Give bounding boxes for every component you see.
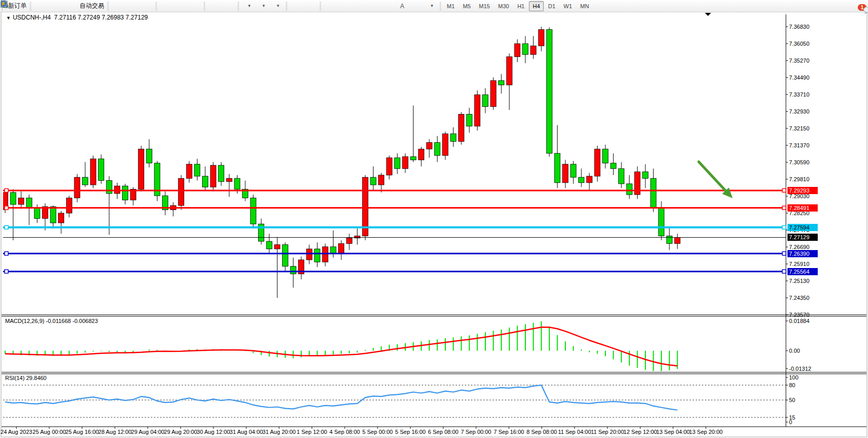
timeframe-M30[interactable]: M30	[495, 1, 512, 11]
candle	[595, 149, 600, 176]
signals-button[interactable]	[62, 1, 76, 12]
hline-anchor[interactable]	[782, 270, 786, 273]
candle	[546, 30, 552, 154]
hline-anchor[interactable]	[782, 225, 786, 229]
candle	[146, 149, 152, 163]
candle	[650, 178, 656, 207]
timeframe-H4[interactable]: H4	[529, 1, 543, 11]
hline-anchor[interactable]	[782, 188, 786, 192]
periods-button[interactable]: ▼	[255, 1, 270, 12]
candle	[379, 175, 384, 185]
text-button[interactable]: A	[395, 1, 409, 12]
candlestick-button[interactable]	[125, 1, 140, 12]
macd-values: -0.011668 -0.006823	[46, 318, 97, 324]
timeframe-D1[interactable]: D1	[545, 1, 559, 11]
chart-shift-button[interactable]	[222, 1, 236, 12]
candle	[555, 154, 560, 183]
crosshair-button[interactable]	[304, 1, 318, 12]
auto-trading-label: 自动交易	[80, 2, 104, 10]
symbol-timeframe: USDCNH-,H4	[13, 14, 51, 21]
text-label-button[interactable]: T	[409, 1, 424, 12]
zoom-in-button[interactable]	[159, 1, 173, 12]
hline-anchor[interactable]	[782, 252, 786, 255]
candle	[90, 159, 96, 185]
candle	[314, 249, 320, 262]
candle	[586, 176, 592, 183]
candle	[226, 178, 232, 181]
candle	[58, 213, 64, 223]
community-button[interactable]	[48, 1, 62, 12]
timeframe-M5[interactable]: M5	[459, 1, 474, 11]
candle	[539, 30, 544, 46]
candle	[123, 186, 128, 200]
channel-button[interactable]: E	[366, 1, 381, 12]
candle	[179, 178, 184, 205]
candle	[26, 198, 32, 207]
candle	[250, 198, 256, 224]
timeframe-M15[interactable]: M15	[476, 1, 494, 11]
rsi-label: RSI(14) 29.8460	[5, 375, 47, 381]
candle	[34, 207, 40, 218]
candle	[579, 177, 584, 183]
templates-button[interactable]: ▼	[270, 1, 284, 12]
candle	[354, 236, 360, 238]
chart-title: ▼USDCNH-,H4 7.27116 7.27249 7.26983 7.27…	[6, 14, 148, 21]
bar-chart-button[interactable]	[111, 1, 125, 12]
candle	[643, 172, 648, 179]
chart-dropdown-icon[interactable]: ▼	[6, 15, 11, 21]
candle	[274, 244, 280, 249]
candle	[610, 163, 616, 169]
candle	[323, 247, 328, 262]
arrows-button[interactable]: ▼	[424, 1, 438, 12]
candle	[50, 206, 56, 223]
toolbar: 新订单 自动交易	[0, 0, 868, 12]
candle	[483, 94, 488, 106]
auto-scroll-button[interactable]	[207, 1, 222, 12]
indicators-button[interactable]: ▼	[241, 1, 255, 12]
candle	[98, 159, 104, 180]
candle	[435, 143, 440, 156]
candle	[106, 181, 112, 194]
timeframe-bar: M1M5M15M30H1H4D1W1MN	[443, 1, 593, 11]
candle	[530, 46, 536, 54]
candle	[466, 115, 472, 126]
candle	[426, 143, 432, 149]
candle	[203, 176, 208, 187]
hline-anchor[interactable]	[782, 206, 786, 210]
horizontal-line-button[interactable]	[338, 1, 352, 12]
timeframe-MN[interactable]: MN	[577, 1, 593, 11]
hline-anchor[interactable]	[5, 270, 8, 273]
timeframe-M1[interactable]: M1	[443, 1, 458, 11]
candle	[290, 266, 296, 274]
timeframe-W1[interactable]: W1	[560, 1, 576, 11]
candle	[410, 157, 416, 160]
tile-windows-button[interactable]	[188, 1, 202, 12]
candle	[443, 134, 448, 156]
auto-trading-button[interactable]: 自动交易	[76, 1, 106, 12]
candle	[306, 249, 312, 260]
zoom-out-button[interactable]	[173, 1, 188, 12]
candle	[626, 184, 632, 195]
candle	[635, 172, 640, 195]
timeframe-H1[interactable]: H1	[514, 1, 528, 11]
hline-anchor[interactable]	[5, 225, 8, 229]
hline-anchor[interactable]	[5, 252, 8, 255]
chevron-down-icon: ▼	[262, 4, 266, 8]
chevron-down-icon: ▼	[247, 4, 251, 8]
candle	[66, 198, 72, 213]
candle	[475, 94, 480, 126]
candle	[74, 177, 80, 198]
price-alert-button[interactable]	[33, 1, 48, 12]
candle	[675, 237, 680, 243]
candle	[330, 247, 336, 254]
text-icon: A	[400, 3, 404, 10]
macd-label: MACD(12,26,9) -0.011668 -0.006823	[5, 318, 98, 324]
line-chart-button[interactable]	[140, 1, 154, 12]
vertical-line-button[interactable]	[323, 1, 338, 12]
hline-anchor[interactable]	[5, 188, 8, 192]
trendline-button[interactable]	[352, 1, 366, 12]
hline-anchor[interactable]	[5, 206, 8, 210]
fibonacci-button[interactable]: F	[381, 1, 395, 12]
candle	[603, 149, 608, 163]
cursor-button[interactable]	[289, 1, 304, 12]
